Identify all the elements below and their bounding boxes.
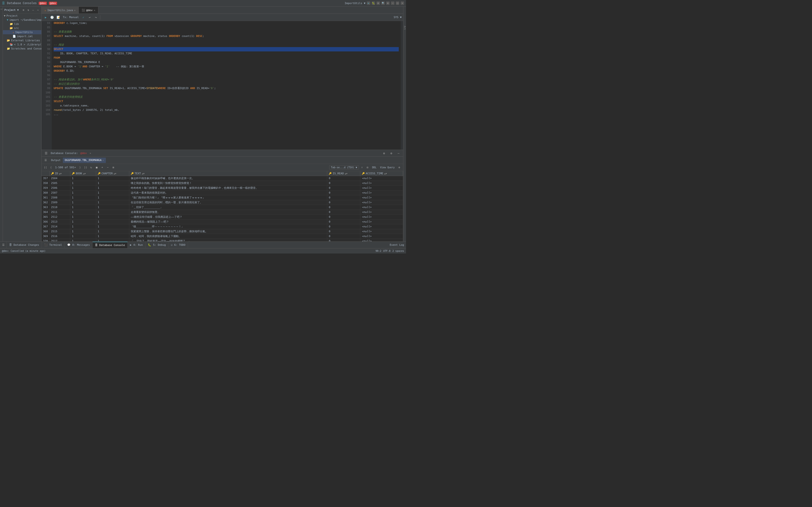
col-header-text[interactable]: 🔑TEXT▲▼ xyxy=(129,171,327,176)
editor-scrollbar[interactable] xyxy=(401,21,403,150)
bottom-tab-0:-messages[interactable]: 💬0: Messages xyxy=(65,242,93,248)
code-line-105[interactable]: ... xyxy=(54,112,399,117)
table-row[interactable]: 365251211——雖然沒有仔細看，但我應該趕上——了吧？0<null> xyxy=(42,215,403,219)
grid-refresh-btn[interactable]: ↻ xyxy=(89,165,94,170)
code-line-104[interactable]: round(total_bytes / 1048576, 2) total_mb… xyxy=(54,108,399,112)
maximize-btn[interactable]: □ xyxy=(396,1,399,5)
table-row[interactable]: 357250411像这样不顾形象的对妹妹呼喊，也许遭真的是第一次。0<null> xyxy=(42,176,403,181)
panel-settings-btn[interactable]: ⚙ xyxy=(382,151,387,156)
col-header-is_read[interactable]: 🔑IS_READ▲▼ xyxy=(327,171,360,176)
grid-settings-btn[interactable]: ⚙ xyxy=(397,165,402,170)
close-btn[interactable]: ✕ xyxy=(401,1,404,5)
code-line-87[interactable]: SELECT machine, status, count(1) FROM v$… xyxy=(54,34,399,38)
table-row[interactable]: 369251611哈阿，哈阿，我的肩膀隨著喘氣上下擺動。0<null> xyxy=(42,234,403,239)
sidebar-sort-btn[interactable]: ⇅ xyxy=(27,8,30,12)
col-header-chapter[interactable]: 🔑CHAPTER▲▼ xyxy=(96,171,129,176)
panel-config-btn[interactable]: ⚙ xyxy=(389,151,394,156)
console-close-btn[interactable]: ✕ xyxy=(90,152,91,155)
code-line-94[interactable]: WHERE E.BOOK = '1' AND CHAPTER = '1' -- … xyxy=(54,64,399,69)
code-line-101[interactable]: -- 查看表空间使用情况 xyxy=(54,95,399,99)
redo-btn[interactable]: ↪ xyxy=(93,15,99,20)
grid-first-btn[interactable]: ⟨⟨ xyxy=(43,165,48,170)
code-line-88[interactable] xyxy=(54,38,399,43)
code-line-99[interactable]: UPDATE OGGFORWARD.TBL_EROMANGA SET IS_RE… xyxy=(54,86,399,91)
grid-export-btn[interactable]: ↑ xyxy=(360,165,364,170)
tree-item-project[interactable]: ▼Project xyxy=(3,14,41,18)
code-line-103[interactable]: a.tablespace_name, xyxy=(54,104,399,108)
tree-item-<-1.8->-/library/jav[interactable]: 📚< 1.8 > /Library/Java/JavaVirtualMachin… xyxy=(3,43,41,47)
run-query-btn[interactable]: ▶ xyxy=(43,15,48,20)
col-header-access_time[interactable]: 🔑ACCESS_TIME▲▼ xyxy=(360,171,403,176)
table-row[interactable]: 359250611咚咚咚咚！敲门的聲音，聽起來有兩道聲音量量，被我夾在腋下的電腦… xyxy=(42,186,403,190)
coverage-btn-title[interactable]: ⚙ xyxy=(376,1,380,5)
run-btn-title[interactable]: ▶ xyxy=(367,1,370,5)
table-row[interactable]: 362250911在这些留言滑过画面的同时，嘿的一聲，影片播突然结束了。0<nu… xyxy=(42,200,403,205)
bottom-tab-5:-debug[interactable]: 🐛5: Debug xyxy=(146,242,168,248)
toggle-history-btn[interactable]: 🕐 xyxy=(49,15,55,20)
sidebar-collapse-btn[interactable]: — xyxy=(31,8,35,12)
results-tool-btn[interactable]: ☰ xyxy=(43,158,48,163)
tree-item-import-~/sandbox/imp[interactable]: ▼import ~/Sandbox/import/import xyxy=(3,18,41,22)
tab-table-close[interactable]: ✕ xyxy=(102,159,104,162)
table-row[interactable]: 361250811『敲门敲得好用力喔！』『喂ｗｗｗ家人要衝進來了ｗｗｗｗ』0<n… xyxy=(42,195,403,200)
grid-prev-btn[interactable]: ⟨ xyxy=(49,165,53,170)
bottom-tab-6:-todo[interactable]: ☑6: TODO xyxy=(168,242,188,248)
tree-item-scratches-and-consol[interactable]: 📁Scratches and Consoles xyxy=(3,47,41,51)
tab-output[interactable]: Output xyxy=(49,158,63,163)
col-header-id[interactable]: 🔑ID▲▼ xyxy=(49,171,70,176)
bottom-tab-4:-run[interactable]: ▶4: Run xyxy=(128,242,146,248)
tab-dev[interactable]: ⬛ @dev ✕ xyxy=(79,7,99,13)
bottom-tab-terminal[interactable]: ⬛Terminal xyxy=(42,242,65,248)
code-line-86[interactable]: -- 查看连接数 xyxy=(54,30,399,34)
grid-add-row-btn[interactable]: + xyxy=(100,165,105,170)
sidebar-settings-btn[interactable]: ⚙ xyxy=(21,8,26,12)
tree-item-src[interactable]: 📂src xyxy=(3,26,41,30)
col-header-book[interactable]: 🔑BOOK▲▼ xyxy=(70,171,96,176)
sort-icon-book[interactable]: ▲▼ xyxy=(83,172,86,175)
tab-importutils[interactable]: ☕ ImportUtils.java ✕ xyxy=(42,7,79,13)
code-line-91[interactable]: ID, BOOK, CHAPTER, TEXT, IS_READ, ACCESS… xyxy=(54,51,399,56)
code-content[interactable]: ORDER BY c.logon_time; -- 查看连接数SELECT ma… xyxy=(52,21,401,150)
sort-icon-is_read[interactable]: ▲▼ xyxy=(345,172,348,175)
code-line-93[interactable]: OGGFORWARD.TBL_EROMANGA E xyxy=(54,60,399,64)
code-line-97[interactable]: -- 阅读未看过的, 加个WHERE条件IS_READ='0' xyxy=(54,77,399,82)
table-row[interactable]: 367251411「喵__________呼～～～～～～～～～！」0<null> xyxy=(42,224,403,229)
tree-item-external-libraries[interactable]: 📂External Libraries xyxy=(3,38,41,43)
code-line-84[interactable]: ORDER BY c.logon_time; xyxy=(54,21,399,25)
grid-filter-btn[interactable]: ⊟ xyxy=(365,165,370,170)
code-line-92[interactable]: FROM xyxy=(54,56,399,60)
bottom-tab-database-changes[interactable]: 🗄Database Changes xyxy=(7,242,42,248)
code-line-85[interactable] xyxy=(54,25,399,30)
panel-tool-btn[interactable]: ☰ xyxy=(44,151,49,156)
commit-btn[interactable]: ✓ xyxy=(81,15,86,20)
table-row[interactable]: 368251511我紧紧閉上雙眼，保持著把拳頭壓在門上的姿勢，痛快地呼出氣。0<… xyxy=(42,229,403,234)
table-row[interactable]: 363251011「＿切掉了__________」0<null> xyxy=(42,205,403,210)
grid-view-query-btn[interactable]: View Query xyxy=(379,166,396,169)
panel-close-panel-btn[interactable]: — xyxy=(396,151,401,156)
code-line-90[interactable]: SELECT xyxy=(54,47,399,51)
settings-btn-title[interactable]: ⚙ xyxy=(386,1,390,5)
grid-delete-row-btn[interactable]: − xyxy=(105,165,110,170)
code-line-89[interactable]: -- 阅读 xyxy=(54,43,399,47)
table-row[interactable]: 360250711这代表一看来我的猜测是对的。0<null> xyxy=(42,190,403,195)
debug-btn-title[interactable]: 🐛 xyxy=(372,1,375,5)
table-row[interactable]: 364251111走廊重新變得寂靜無聲。0<null> xyxy=(42,210,403,215)
sort-icon-chapter[interactable]: ▲▼ xyxy=(114,172,116,175)
tree-item-importutils[interactable]: ☕ImportUtils xyxy=(3,30,41,34)
minimize-btn[interactable]: — xyxy=(391,1,394,5)
grid-last-btn[interactable]: ⟩⟩ xyxy=(83,165,88,170)
sort-icon-access_time[interactable]: ▲▼ xyxy=(384,172,387,175)
table-row[interactable]: 358250511继之我拚命的跑。快察觉到！快察觉快察觉快察觉！0<null> xyxy=(42,181,403,186)
search-everywhere-btn[interactable]: 🔍 xyxy=(382,1,385,5)
tab-importutils-close[interactable]: ✕ xyxy=(74,9,75,12)
code-line-96[interactable] xyxy=(54,73,399,77)
table-row[interactable]: 366251311最糟的情况——被我阻上了——吧？0<null> xyxy=(42,219,403,224)
code-editor[interactable]: 8485868788899091929394959697989910010110… xyxy=(42,21,403,150)
format-btn[interactable]: 📝 xyxy=(56,15,61,20)
table-row[interactable]: 370251711「__守住了。我給算是——守住——妹妹的裸體了。」0<null… xyxy=(42,239,403,242)
grid-format-selector[interactable]: Tab-se...d (TSV) ▼ xyxy=(329,165,359,169)
grid-transaction-btn[interactable]: ⊞ xyxy=(111,165,116,170)
sort-icon-id[interactable]: ▲▼ xyxy=(59,172,62,175)
bottom-panel-toggle[interactable]: ☰ xyxy=(0,242,7,248)
code-line-95[interactable]: ORDER BY E.ID; xyxy=(54,69,399,73)
